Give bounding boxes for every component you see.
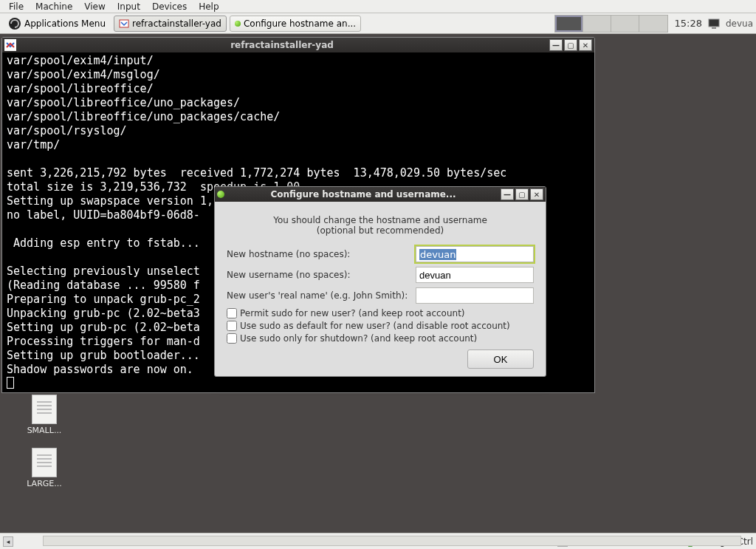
realname-input[interactable] bbox=[416, 287, 534, 304]
hostname-value-selected: devuan bbox=[419, 249, 456, 260]
vbox-menu-input[interactable]: Input bbox=[111, 1, 146, 13]
sudo-default-label: Use sudo as default for new user? (and d… bbox=[240, 321, 510, 331]
window-icon bbox=[119, 18, 129, 29]
sudo-shutdown-label: Use sudo only for shutdown? (and keep ro… bbox=[240, 333, 477, 344]
desktop-icon-label: LARGE... bbox=[18, 479, 71, 488]
svg-rect-4 bbox=[4, 39, 16, 51]
workspace-switcher[interactable] bbox=[554, 15, 668, 33]
minimize-button[interactable]: — bbox=[501, 188, 514, 200]
dialog-title: Configure hostname and username... bbox=[227, 189, 499, 200]
workspace-4[interactable] bbox=[639, 16, 667, 32]
terminal-titlebar[interactable]: refractainstaller-yad — ▢ ✕ bbox=[2, 38, 594, 52]
applications-menu-label: Applications Menu bbox=[24, 18, 106, 29]
sudo-permit-label: Permit sudo for new user? (and keep root… bbox=[240, 308, 465, 318]
desktop-icon-large[interactable]: LARGE... bbox=[18, 448, 71, 488]
file-icon bbox=[32, 448, 57, 477]
sudo-permit-checkbox[interactable] bbox=[227, 308, 237, 318]
desktop-icon-label: SMALL... bbox=[18, 426, 71, 435]
vbox-menu-file[interactable]: File bbox=[3, 1, 30, 13]
vbox-menu-help[interactable]: Help bbox=[193, 1, 224, 13]
desktop[interactable]: refractainstaller-yad — ▢ ✕ var/spool/ex… bbox=[0, 34, 756, 533]
status-dot-icon bbox=[235, 21, 241, 27]
clock: 15:28 bbox=[671, 18, 704, 29]
svg-rect-1 bbox=[120, 20, 128, 27]
display-tray-icon[interactable] bbox=[708, 18, 720, 30]
vbox-menu-view[interactable]: View bbox=[78, 1, 111, 13]
vbox-menu-machine[interactable]: Machine bbox=[30, 1, 78, 13]
file-icon bbox=[32, 395, 57, 424]
maximize-button[interactable]: ▢ bbox=[515, 188, 529, 200]
dialog-message-line: (optional but recommended) bbox=[234, 225, 526, 236]
username-label: New username (no spaces): bbox=[227, 270, 411, 280]
svg-rect-3 bbox=[712, 27, 716, 29]
vbox-menu-bar: File Machine View Input Devices Help bbox=[0, 0, 756, 13]
dialog-body: You should change the hostname and usern… bbox=[215, 202, 546, 376]
hostname-label: New hostname (no spaces): bbox=[227, 249, 411, 259]
swirl-icon bbox=[8, 17, 21, 30]
svg-rect-2 bbox=[709, 19, 719, 27]
taskbar-item-label: refractainstaller-yad bbox=[132, 18, 221, 29]
guest-taskbar: Applications Menu refractainstaller-yad … bbox=[0, 13, 756, 34]
user-label: devua bbox=[723, 18, 753, 29]
sudo-default-checkbox[interactable] bbox=[227, 321, 237, 331]
workspace-2[interactable] bbox=[583, 16, 611, 32]
desktop-icon-small[interactable]: SMALL... bbox=[18, 395, 71, 435]
sudo-shutdown-checkbox[interactable] bbox=[227, 333, 237, 344]
scroll-left-button[interactable]: ◂ bbox=[3, 536, 13, 547]
terminal-title: refractainstaller-yad bbox=[16, 40, 548, 50]
workspace-3[interactable] bbox=[611, 16, 639, 32]
dialog-message: You should change the hostname and usern… bbox=[234, 215, 526, 236]
maximize-button[interactable]: ▢ bbox=[564, 39, 577, 51]
status-dot-icon bbox=[217, 191, 224, 198]
scrollbar[interactable] bbox=[43, 536, 741, 546]
vbox-status-bar: ◂ ▸ ⬇ Right Ctrl bbox=[0, 533, 756, 549]
minimize-button[interactable]: — bbox=[549, 39, 563, 51]
applications-menu-button[interactable]: Applications Menu bbox=[3, 15, 111, 33]
taskbar-item-configure[interactable]: Configure hostname an... bbox=[230, 16, 361, 32]
taskbar-item-installer[interactable]: refractainstaller-yad bbox=[114, 16, 227, 32]
realname-label: New user's 'real name' (e.g. John Smith)… bbox=[227, 290, 411, 301]
dialog-message-line: You should change the hostname and usern… bbox=[234, 215, 526, 225]
ok-button[interactable]: OK bbox=[467, 349, 534, 369]
taskbar-item-label: Configure hostname an... bbox=[244, 18, 356, 29]
hostname-input[interactable]: devuan bbox=[416, 246, 534, 262]
username-input[interactable] bbox=[416, 267, 534, 283]
app-icon bbox=[4, 39, 16, 51]
close-button[interactable]: ✕ bbox=[530, 188, 543, 200]
configure-dialog: Configure hostname and username... — ▢ ✕… bbox=[214, 186, 546, 377]
vbox-menu-devices[interactable]: Devices bbox=[146, 1, 193, 13]
dialog-titlebar[interactable]: Configure hostname and username... — ▢ ✕ bbox=[215, 187, 546, 202]
close-button[interactable]: ✕ bbox=[579, 39, 592, 51]
workspace-1[interactable] bbox=[555, 16, 583, 32]
